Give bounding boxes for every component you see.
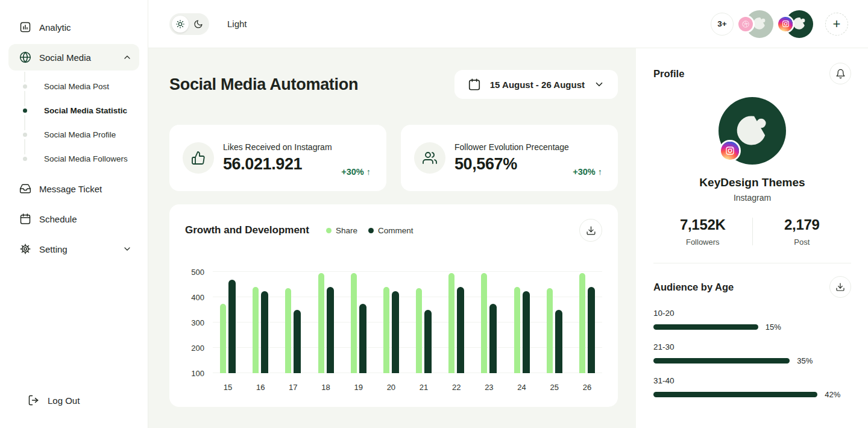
profile-platform: Instagram (653, 193, 851, 203)
share-bar (579, 273, 585, 373)
notifications-button[interactable] (829, 63, 851, 84)
stat-value: 56.021.921 (223, 155, 332, 174)
audience-row-10-20: 10-2015% (653, 309, 851, 332)
logout-button[interactable]: Log Out (17, 387, 131, 414)
y-tick-label: 400 (191, 293, 204, 302)
moon-icon (193, 19, 203, 29)
logout-icon (28, 394, 40, 406)
chart-x-axis: 151617181920212223242526 (213, 383, 602, 392)
x-tick-label: 21 (416, 383, 432, 392)
legend-label: Share (336, 226, 357, 235)
bar-group-day-18 (318, 273, 334, 373)
sidebar-subitem-label: Social Media Statistic (44, 106, 127, 115)
profile-heading: Profile (653, 68, 684, 80)
profile-avatar[interactable] (719, 97, 786, 165)
sidebar-item-analytic[interactable]: Analytic (8, 14, 139, 40)
stat-value: 50,567% (454, 155, 569, 174)
sidebar-item-schedule[interactable]: Schedule (8, 206, 139, 232)
keydesign-logo (791, 16, 808, 32)
keydesign-logo (733, 112, 772, 151)
add-account-button[interactable]: + (825, 13, 848, 36)
light-mode-button[interactable] (172, 16, 189, 33)
download-chart-button[interactable] (579, 219, 602, 242)
sun-icon (175, 19, 185, 29)
chevron-up-icon (122, 52, 132, 62)
profile-name: KeyDesign Themes (653, 176, 851, 189)
users-icon (414, 142, 445, 174)
chart-legend: Share Comment (326, 226, 414, 235)
sidebar-subitem-label: Social Media Post (44, 82, 109, 91)
bell-icon (835, 69, 846, 79)
sidebar-item-message-ticket[interactable]: Message Ticket (8, 175, 139, 202)
x-tick-label: 15 (220, 383, 236, 392)
bar-group-day-17 (285, 288, 301, 373)
comment-bar (457, 287, 464, 373)
stat-label: Likes Received on Instagram (223, 142, 332, 152)
x-tick-label: 25 (547, 383, 562, 392)
legend-dot (368, 228, 374, 233)
audience-percent-label: 42% (825, 390, 840, 399)
share-bar (253, 287, 259, 373)
sidebar-item-social-media[interactable]: Social Media (8, 44, 139, 71)
dark-mode-button[interactable] (190, 16, 207, 33)
sidebar-item-setting[interactable]: Setting (8, 236, 139, 262)
sidebar-item-social-media-followers[interactable]: Social Media Followers (0, 146, 148, 171)
bar-group-day-20 (383, 287, 399, 373)
x-tick-label: 22 (448, 383, 464, 392)
bullet-dot-icon (23, 109, 27, 113)
share-bar (285, 288, 291, 373)
topbar-accounts: 3+ + (711, 10, 848, 38)
sidebar-item-social-media-profile[interactable]: Social Media Profile (0, 122, 148, 146)
topbar: Light 3+ + (148, 0, 868, 48)
theme-toggle-group: Light (169, 13, 247, 35)
analytics-icon (19, 21, 31, 33)
x-tick-label: 26 (579, 383, 595, 392)
download-audience-button[interactable] (829, 276, 851, 298)
comment-bar (523, 291, 530, 374)
sidebar-subitem-label: Social Media Profile (44, 130, 116, 139)
stat-label: Followers (653, 238, 752, 247)
audience-bar (653, 392, 817, 397)
more-accounts-badge[interactable]: 3+ (711, 13, 734, 36)
legend-item-share: Share (326, 226, 357, 235)
gear-icon (19, 243, 31, 255)
profile-stat-followers: 7,152K Followers (653, 216, 752, 247)
x-tick-label: 24 (514, 383, 530, 392)
audience-range-label: 31-40 (653, 376, 851, 385)
share-bar (481, 273, 487, 373)
account-avatar-dribbble[interactable] (746, 10, 773, 38)
right-panel: Profile KeyDesign Themes Instagram (636, 48, 868, 428)
sidebar-item-social-media-statistic[interactable]: Social Media Statistic (0, 98, 148, 122)
main-content: Social Media Automation 15 August - 26 A… (148, 48, 636, 428)
app-root: Analytic Social Media Social Media Post … (0, 0, 868, 428)
share-bar (351, 273, 357, 373)
audience-bar (653, 358, 790, 363)
bar-group-day-26 (579, 273, 595, 373)
instagram-icon (778, 17, 793, 31)
inbox-icon (19, 183, 31, 195)
x-tick-label: 17 (285, 383, 301, 392)
share-bar (514, 287, 520, 373)
theme-label: Light (227, 19, 247, 29)
keydesign-logo (752, 16, 768, 32)
globe-icon (19, 51, 31, 63)
bar-group-day-25 (547, 288, 562, 373)
audience-header: Audience by Age (653, 276, 851, 298)
thumbs-up-icon (183, 142, 214, 174)
dribbble-icon (738, 17, 753, 31)
account-avatar-instagram[interactable] (785, 10, 813, 38)
legend-dot (326, 228, 332, 233)
comment-bar (228, 280, 236, 373)
sidebar-subitem-label: Social Media Followers (44, 154, 128, 163)
sidebar-item-social-media-post[interactable]: Social Media Post (0, 74, 148, 98)
comment-bar (555, 310, 562, 373)
share-bar (547, 288, 553, 373)
bar-group-day-24 (514, 287, 530, 373)
chart-y-axis: 100200300400500 (185, 259, 213, 373)
theme-toggle (169, 13, 209, 35)
share-bar (416, 288, 422, 373)
sidebar-item-label: Setting (39, 244, 68, 254)
x-tick-label: 16 (253, 383, 268, 392)
horizontal-divider (653, 263, 851, 263)
date-range-picker[interactable]: 15 August - 26 August (454, 70, 618, 99)
